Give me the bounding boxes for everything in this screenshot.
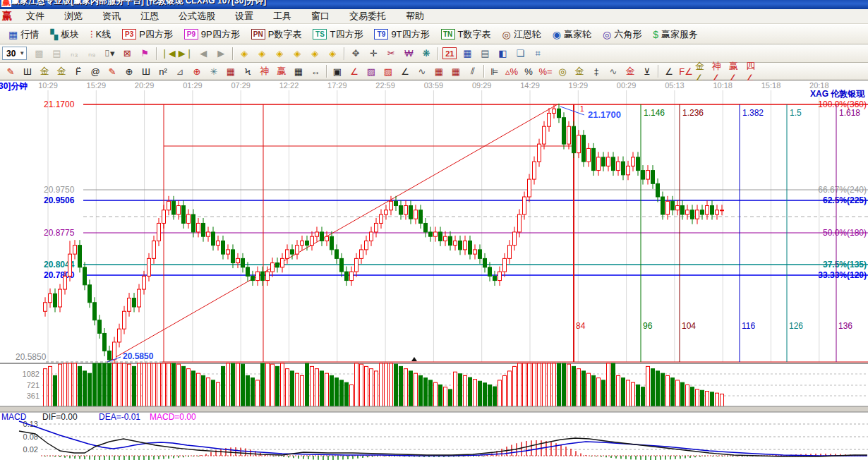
hand-tool-icon[interactable]: ✥ [347,46,364,61]
crosshair-icon[interactable]: ✛ [365,46,382,61]
ruler123-icon[interactable]: ▦ [290,64,307,79]
period-select[interactable]: 30 ▼ [2,47,27,60]
angle-plain-icon[interactable]: ∠ [661,64,677,79]
angle-set-icon[interactable]: ∠ [397,64,414,79]
k-note-icon[interactable]: Ϟ [239,64,256,79]
shen-angle-icon[interactable]: 神∠ [711,64,728,79]
report-icon[interactable]: ▤ [48,46,65,61]
brain-tool-icon[interactable]: ❋ [418,46,435,61]
zigzag-icon[interactable]: ∿ [414,64,430,79]
p-number-table-button[interactable]: PNP数字表 [246,26,308,43]
menu-item-stock-picker[interactable]: 公式选股 [169,8,225,24]
box-select-icon[interactable]: ▣ [329,64,346,79]
menu-item-help[interactable]: 帮助 [396,8,434,24]
percent-icon[interactable]: % [520,64,537,79]
hexagon-button[interactable]: ◎六角形 [597,26,647,43]
parallel-lines-icon[interactable]: ⫽ [464,64,481,79]
zoom-right-icon[interactable]: ◈ [253,46,270,61]
menu-item-news[interactable]: 资讯 [92,8,131,24]
computer-icon[interactable]: ⌗ [529,46,546,61]
gold-circle-icon[interactable]: ◎ [554,64,571,79]
gold-underline-icon[interactable]: 金 [622,64,639,79]
gold-line-icon[interactable]: 金 [571,64,588,79]
t9-square-button[interactable]: T99T四方形 [368,26,435,43]
calculator-icon[interactable]: ▦ [459,46,476,61]
shen-comb-icon[interactable]: 神 [256,64,273,79]
gold-comb2-icon[interactable]: 金 [53,64,70,79]
angle-mirror-icon[interactable]: ⊿ [171,64,188,79]
sectors-button[interactable]: ▚板块 [44,26,85,43]
pattern-icon[interactable]: ▩ [30,46,47,61]
winner-wheel-button[interactable]: ◉赢家轮 [547,26,597,43]
menu-item-file[interactable]: 文件 [16,8,54,24]
si-angle-icon[interactable]: 四∠ [745,64,762,79]
gold-comb1-icon[interactable]: 金 [36,64,53,79]
bars3-icon[interactable]: ₙ₃ [66,46,83,61]
gold-angle-icon[interactable]: 金∠ [694,64,711,79]
dense-grid1-icon[interactable]: ▦ [430,64,447,79]
prev-bar-icon[interactable]: ◀ [195,46,212,61]
compress-icon[interactable]: ◈ [324,46,341,61]
wave-channel-icon[interactable]: ∿ [605,64,622,79]
ying-comb-icon[interactable]: 赢 [273,64,290,79]
j-angle-icon[interactable]: ⊻ [639,64,656,79]
menu-item-browse[interactable]: 浏览 [54,8,92,24]
menu-item-gann[interactable]: 江恩 [131,8,169,24]
zoom-in-icon[interactable]: ◈ [271,46,288,61]
gann-net-icon[interactable]: ₩ [400,46,417,61]
scissors-icon[interactable]: ✂ [382,46,399,61]
p-square-button[interactable]: P3P四方形 [116,26,179,43]
cycle-circle-icon[interactable]: ⊕ [121,64,138,79]
pen-measure-icon[interactable]: ✎ [104,64,121,79]
chart-area[interactable]: 10:2915:2920:2901:2907:2912:2217:2922:59… [0,80,868,460]
menu-item-tools[interactable]: 工具 [263,8,301,24]
send-web-icon[interactable]: ❏ [512,46,529,61]
f-angle-icon[interactable]: F∠ [677,64,694,79]
gann-target-icon[interactable]: ⊕ [188,64,205,79]
gann-comb-icon[interactable]: Ш [19,64,36,79]
expand-icon[interactable]: ◈ [306,46,323,61]
formula-restore-icon[interactable]: ⊠ [119,46,135,61]
save-icon[interactable]: ◧ [494,46,511,61]
fan-lines-icon[interactable]: ∠ [346,64,363,79]
small-comb-icon[interactable]: Ш [138,64,155,79]
star-burst-icon[interactable]: ✳ [205,64,222,79]
scale-ruler-icon[interactable]: ⊫ [486,64,503,79]
percent-line-icon[interactable]: %= [537,64,554,79]
p9-square-button[interactable]: P99P四方形 [179,26,246,43]
percent-slash-icon[interactable]: ▵% [503,64,520,79]
bars9-icon[interactable]: ₙ₉ [83,46,100,61]
t-square-button[interactable]: TST四方形 [307,26,368,43]
first-bar-icon[interactable]: ❘◀ [159,46,176,61]
fan-box-icon[interactable]: ▨ [363,64,380,79]
gann-wheel-button[interactable]: ◎江恩轮 [497,26,547,43]
dense-grid2-icon[interactable]: ▦ [447,64,464,79]
menu-item-settings[interactable]: 设置 [225,8,263,24]
pen-flag-icon[interactable]: ‡ [588,64,605,79]
quotes-button[interactable]: ▦行情 [3,26,44,43]
kline-button[interactable]: ⫶K线 [85,26,116,43]
span-arrow-icon[interactable]: ↔ [307,64,324,79]
candle [557,109,561,117]
n2-grid-icon[interactable]: n² [155,64,171,79]
spiral-icon[interactable]: @ [87,64,104,79]
calendar-icon[interactable]: 21 [442,47,457,59]
grid-burst-icon[interactable]: ▦ [222,64,239,79]
pane-separator[interactable] [0,406,868,412]
last-bar-icon[interactable]: ▶❘ [177,46,194,61]
fan-grid-icon[interactable]: ▨ [380,64,397,79]
f-comb-icon[interactable]: F̈ [70,64,87,79]
pen-tool-icon[interactable]: ✎ [2,64,19,79]
zoom-left-icon[interactable]: ◈ [236,46,253,61]
winner-service-button[interactable]: $赢家服务 [647,26,704,43]
menu-item-trade-order[interactable]: 交易委托 [339,8,396,24]
price-chart-svg[interactable]: 10:2915:2920:2901:2907:2912:2217:2922:59… [0,80,868,460]
menu-item-window[interactable]: 窗口 [301,8,339,24]
next-bar-icon[interactable]: ▶ [212,46,229,61]
notepad-icon[interactable]: ▤ [476,46,493,61]
candle-style-icon[interactable]: ⌷▾ [101,46,118,61]
ying-angle-icon[interactable]: 赢∠ [728,64,745,79]
zoom-out-icon[interactable]: ◈ [289,46,306,61]
color-flag-icon[interactable]: ⚑ [136,46,153,61]
t-number-table-button[interactable]: TNT数字表 [435,26,497,43]
